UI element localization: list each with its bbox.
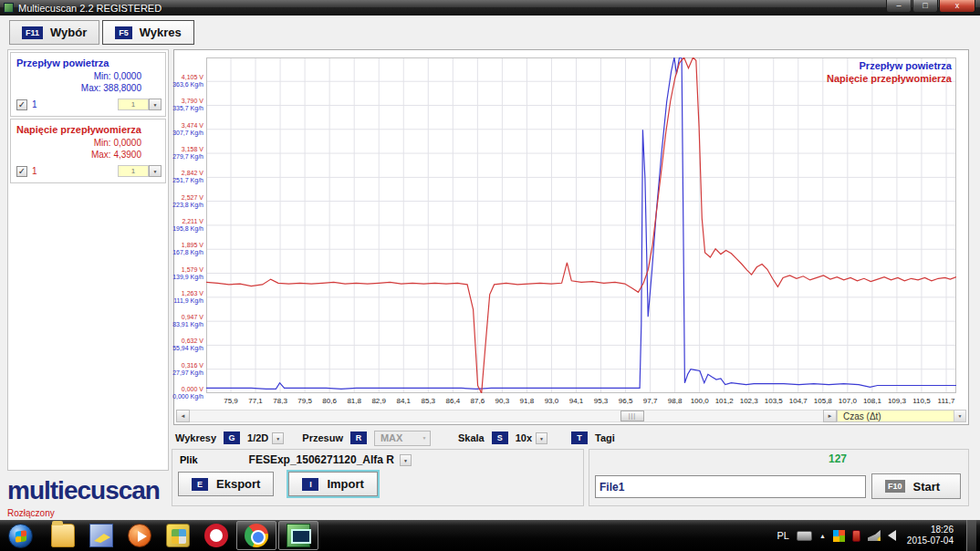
series-box-airflow: Przepływ powietrza Min: 0,0000 Max: 388,…	[10, 52, 166, 117]
scrollbar-thumb[interactable]: |||	[620, 411, 644, 421]
x-tick-label: 85,3	[421, 397, 435, 405]
chart-canvas	[206, 57, 956, 393]
eksport-button[interactable]: E Eksport	[178, 472, 274, 496]
wykresy-dropdown-icon[interactable]: ▼	[272, 432, 284, 444]
wykresy-key-badge: G	[224, 431, 240, 444]
y-tick-label: 0,632 V55,94 Kg/h	[172, 338, 203, 352]
tab-wykres[interactable]: F5 Wykres	[102, 20, 194, 45]
explorer-icon[interactable]	[51, 524, 75, 547]
system-tray: PL ▲ 18:26 2015-07-04	[777, 520, 980, 551]
chart-panel: 4,105 V363,6 Kg/h3,790 V335,7 Kg/h3,474 …	[173, 49, 969, 425]
series-box-voltage: Napięcie przepływomierza Min: 0,0000 Max…	[10, 119, 166, 183]
x-tick-label: 87,6	[471, 397, 485, 405]
x-axis-combo[interactable]: Czas (Δt) ▼	[837, 410, 966, 422]
chart-hscrollbar: ◄ ||| ► Czas (Δt) ▼	[176, 410, 966, 422]
x-tick-label: 109,3	[888, 397, 906, 405]
x-tick-label: 111,7	[938, 397, 955, 405]
language-indicator[interactable]: PL	[777, 530, 788, 541]
y-axis-labels: 4,105 V363,6 Kg/h3,790 V335,7 Kg/h3,474 …	[174, 57, 204, 393]
x-tick-label: 81,8	[347, 397, 361, 405]
media-player-icon[interactable]	[128, 524, 151, 547]
series-voltage-axis-dropdown[interactable]: ▼	[149, 165, 162, 177]
y-tick-label: 4,105 V363,6 Kg/h	[172, 74, 203, 88]
tab-wybor-label: Wybór	[50, 26, 87, 39]
clock[interactable]: 18:26 2015-07-04	[907, 525, 954, 546]
taskbar: PL ▲ 18:26 2015-07-04	[0, 520, 980, 551]
skala-label: Skala	[458, 432, 485, 443]
series-Kg/h	[206, 57, 956, 389]
x-tick-label: 98,8	[668, 397, 683, 405]
show-desktop-button[interactable]	[966, 520, 976, 551]
tab-wybor[interactable]: F11 Wybór	[9, 20, 99, 45]
x-tick-label: 100,0	[691, 397, 709, 405]
series-voltage-checkbox[interactable]: ✓	[16, 166, 27, 177]
restore-button[interactable]: □	[912, 0, 938, 13]
x-tick-label: 105,8	[814, 397, 832, 405]
x-tick-label: 86,4	[446, 397, 461, 405]
chrome-taskbar-button[interactable]	[236, 521, 276, 550]
windows-flag-icon	[16, 530, 26, 542]
x-tick-label: 80,6	[322, 397, 337, 405]
plik-label: Plik	[180, 454, 198, 465]
y-tick-label: 1,895 V167,8 Kg/h	[172, 242, 203, 256]
x-axis-combo-dropdown-icon[interactable]: ▼	[954, 411, 965, 421]
series-airflow-axis-combo[interactable]: 1	[118, 99, 149, 110]
scrollbar-track[interactable]: |||	[190, 410, 823, 422]
multiecuscan-taskbar-button[interactable]	[278, 521, 318, 550]
file-combo[interactable]: FESExp_1506271120_Alfa R	[249, 453, 394, 466]
graphics-app-icon[interactable]	[89, 524, 113, 547]
x-tick-label: 108,1	[863, 397, 881, 405]
x-tick-label: 110,5	[912, 397, 930, 405]
przesuw-label: Przesuw	[302, 432, 343, 443]
tagi-label[interactable]: Tagi	[595, 432, 615, 443]
start-button[interactable]: F10 Start	[871, 473, 961, 499]
close-button[interactable]: x	[939, 0, 975, 13]
series-airflow-axis-dropdown[interactable]: ▼	[149, 99, 162, 110]
import-button[interactable]: I Import	[288, 472, 377, 496]
start-orb[interactable]	[8, 524, 33, 548]
skala-combo[interactable]: 10x	[516, 432, 532, 443]
y-tick-label: 0,316 V27,97 Kg/h	[172, 362, 203, 377]
scroll-left-button[interactable]: ◄	[176, 410, 190, 422]
x-tick-label: 91,8	[520, 397, 535, 405]
status-bar: Rozłączony	[0, 508, 980, 520]
series-voltage-channel: 1	[32, 166, 37, 176]
legend-voltage: Napięcie przepływomierza	[827, 72, 952, 85]
x-tick-label: 94,1	[569, 397, 584, 405]
sample-counter: 127	[829, 452, 847, 465]
series-airflow-checkbox[interactable]: ✓	[16, 99, 27, 110]
wykresy-label: Wykresy	[175, 432, 216, 443]
opera-icon[interactable]	[204, 524, 228, 547]
eksport-key-badge: E	[192, 478, 208, 491]
y-tick-label: 3,474 V307,7 Kg/h	[172, 122, 203, 137]
file-name-input[interactable]	[595, 475, 866, 498]
keyboard-icon[interactable]	[797, 531, 812, 541]
x-tick-label: 82,9	[371, 397, 386, 405]
skala-dropdown-icon[interactable]: ▼	[536, 432, 547, 444]
przesuw-combo-value: MAX	[381, 432, 402, 443]
series-voltage-axis-combo[interactable]: 1	[118, 165, 149, 177]
y-tick-label: 0,947 V83,91 Kg/h	[172, 314, 203, 328]
minimize-button[interactable]: –	[886, 0, 912, 13]
przesuw-key-badge: R	[350, 431, 367, 444]
x-axis-combo-label: Czas (Δt)	[843, 411, 881, 421]
y-tick-label: 2,527 V223,8 Kg/h	[172, 194, 203, 209]
hidden-icons-chevron[interactable]: ▲	[819, 533, 826, 539]
title-bar: Multiecuscan 2.2 REGISTERED – □ x	[0, 0, 980, 16]
network-icon[interactable]	[868, 530, 881, 541]
x-tick-label: 107,0	[839, 397, 857, 405]
x-tick-label: 77,1	[248, 397, 263, 405]
series-voltage-min: Min: 0,0000	[11, 137, 165, 149]
volume-icon[interactable]	[888, 530, 896, 541]
wykresy-combo[interactable]: 1/2D	[247, 432, 268, 443]
tagi-key-badge: T	[571, 431, 588, 444]
y-tick-label: 1,579 V139,9 Kg/h	[172, 266, 203, 281]
windows-update-icon[interactable]	[833, 530, 845, 542]
x-tick-label: 75,9	[224, 397, 238, 405]
scroll-right-button[interactable]: ►	[823, 410, 837, 422]
utility-app-icon[interactable]	[166, 524, 190, 547]
przesuw-dropdown-icon: ▼	[419, 435, 430, 441]
multiecuscan-window: Multiecuscan 2.2 REGISTERED – □ x F11 Wy…	[0, 0, 980, 551]
file-combo-dropdown-icon[interactable]: ▼	[400, 454, 412, 466]
power-icon[interactable]	[852, 530, 860, 542]
